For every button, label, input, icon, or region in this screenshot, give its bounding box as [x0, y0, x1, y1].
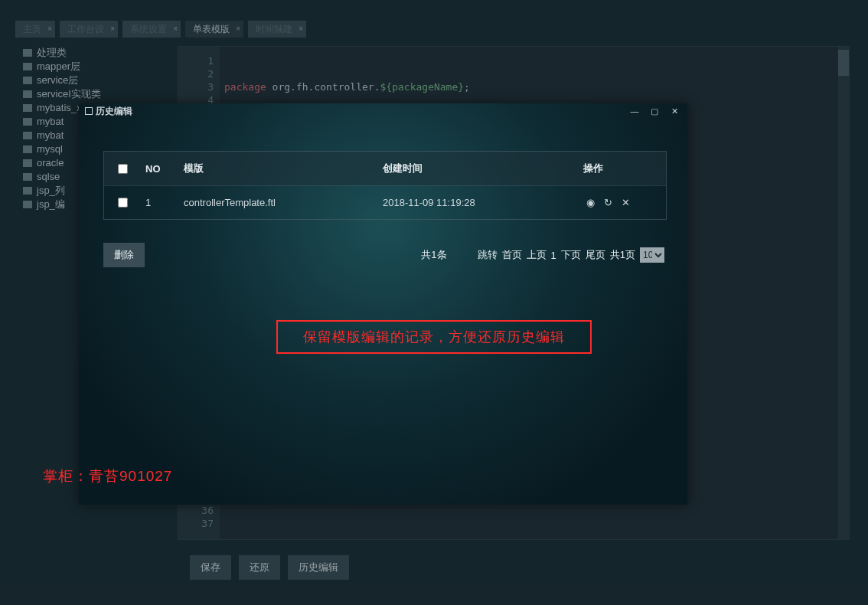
row-time: 2018-11-09 11:19:28	[383, 197, 574, 208]
delete-icon[interactable]: ✕	[622, 197, 630, 208]
history-table: NO 模版 创建时间 操作 1 controllerTemplate.ftl 2…	[103, 151, 667, 220]
col-no: NO	[141, 163, 184, 175]
pagination: 共1条 跳转 首页 上页 1 下页 尾页 共1页 10	[79, 247, 664, 263]
last-page-link[interactable]: 尾页	[586, 248, 605, 262]
view-icon[interactable]: ◉	[586, 197, 595, 208]
row-no: 1	[141, 197, 184, 208]
pagesize-select[interactable]: 10	[640, 247, 664, 263]
select-all-checkbox[interactable]	[118, 164, 128, 174]
jump-label: 跳转	[478, 248, 498, 262]
annotation-note: 保留模版编辑的记录，方便还原历史编辑	[276, 320, 592, 354]
table-row: 1 controllerTemplate.ftl 2018-11-09 11:1…	[104, 185, 666, 219]
window-icon	[85, 107, 93, 115]
total-count: 共1条	[421, 248, 446, 262]
col-template: 模版	[184, 162, 383, 175]
maximize-icon[interactable]: ▢	[646, 105, 663, 117]
next-page-link[interactable]: 下页	[561, 248, 581, 262]
row-checkbox[interactable]	[118, 198, 128, 208]
row-template: controllerTemplate.ftl	[184, 197, 383, 208]
col-time: 创建时间	[383, 162, 574, 175]
current-page: 1	[551, 250, 556, 261]
prev-page-link[interactable]: 上页	[527, 248, 547, 262]
modal-title: 历史编辑	[79, 103, 687, 119]
minimize-icon[interactable]: —	[626, 105, 643, 117]
total-pages: 共1页	[610, 248, 635, 262]
first-page-link[interactable]: 首页	[502, 248, 522, 262]
credit-text: 掌柜：青苔901027	[43, 466, 172, 486]
close-icon[interactable]: ✕	[666, 105, 683, 117]
table-header: NO 模版 创建时间 操作	[104, 152, 666, 185]
window-controls: — ▢ ✕	[626, 105, 683, 117]
refresh-icon[interactable]: ↻	[604, 197, 612, 208]
history-modal: 历史编辑 — ▢ ✕ NO 模版 创建时间 操作 1 controllerTem…	[79, 103, 687, 505]
col-action: 操作	[574, 162, 666, 175]
